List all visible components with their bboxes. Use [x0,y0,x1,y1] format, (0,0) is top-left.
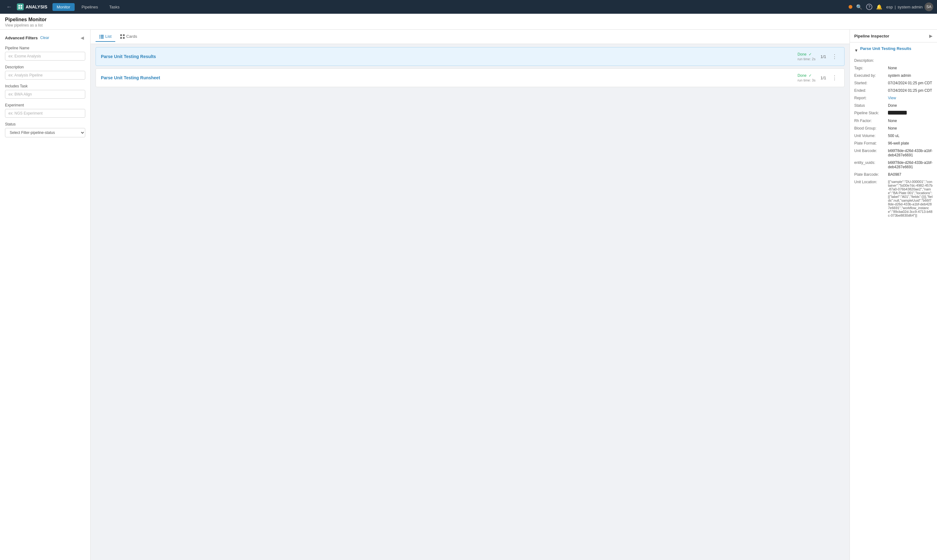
inspector-field-unit-volume: Unit Volume: 500 uL [854,134,932,138]
field-value: 07/24/2024 01:25 pm CDT [888,88,932,93]
inspector-section-collapse[interactable]: ▼ [854,48,858,53]
status-select[interactable]: Select Filter-pipeline-status Done Runni… [5,128,85,137]
filter-description: Description [5,65,85,80]
inspector-field-blood-group: Blood Group: None [854,126,932,131]
tab-bar: List Cards [91,30,849,44]
inspector-expand-button[interactable]: ▶ [929,34,932,38]
pipeline-status-text: Done [797,52,806,57]
inspector-header: Pipeline Inspector ▶ [850,30,937,42]
svg-rect-11 [123,34,125,36]
status-dot [849,5,852,9]
field-label: Report: [854,96,885,100]
pipeline-runtime: run time: 3s [797,78,815,82]
report-view-link[interactable]: View [888,96,896,100]
field-label: Status [854,103,885,108]
sidebar-header: Advanced Filters Clear ◀ [5,35,85,41]
inspector-field-unit-location: Unit Location: [{"sample":"DU-000001","c… [854,180,932,217]
inspector-section-header: ▼ Parse Unit Testing Results [854,46,932,55]
pipeline-menu-button[interactable]: ⋮ [830,52,839,60]
inspector-title: Pipeline Inspector [854,34,889,38]
search-icon[interactable]: 🔍 [856,4,862,10]
field-value [888,111,907,115]
main-layout: Advanced Filters Clear ◀ Pipeline Name D… [0,30,937,560]
svg-rect-2 [18,7,20,9]
check-icon: ✓ [809,73,812,78]
field-value: None [888,66,897,70]
tab-list-label: List [105,34,111,39]
experiment-input[interactable] [5,109,85,118]
nav-username: system admin [898,5,923,9]
field-label: Plate Format: [854,141,885,145]
inspector-field-unit-barcode: Unit Barcode: b66f78de-d26d-433b-a1bf-de… [854,149,932,157]
nav-right-section: 🔍 ? 🔔 esp | system admin SA [849,3,933,11]
field-value: BA0987 [888,172,902,177]
nav-tasks-button[interactable]: Tasks [105,3,124,11]
nav-language: esp [886,5,893,9]
pipeline-status: Done ✓ run time: 2s [797,52,815,61]
field-value: 500 uL [888,134,900,138]
pipeline-status: Done ✓ run time: 3s [797,73,815,82]
svg-rect-3 [21,7,22,9]
svg-rect-6 [99,36,100,37]
top-navigation: ← ANALYSIS Monitor Pipelines Tasks 🔍 ? 🔔… [0,0,937,14]
filter-experiment-label: Experiment [5,103,85,108]
inspector-field-started: Started: 07/24/2024 01:25 pm CDT [854,81,932,85]
pipeline-inspector: Pipeline Inspector ▶ ▼ Parse Unit Testin… [849,30,937,560]
filter-pipeline-name: Pipeline Name [5,46,85,60]
tab-cards[interactable]: Cards [117,32,141,42]
pipeline-menu-button[interactable]: ⋮ [830,74,839,82]
field-label: Plate Barcode: [854,172,885,177]
page-title: Pipelines Monitor [5,17,932,23]
grid-icon [120,34,125,39]
field-label: Executed by: [854,73,885,78]
clear-filters-button[interactable]: Clear [40,35,49,40]
field-label: Blood Group: [854,126,885,131]
back-button[interactable]: ← [4,3,14,12]
inspector-field-plate-barcode: Plate Barcode: BA0987 [854,172,932,177]
svg-rect-8 [99,37,100,38]
field-value: 96-well plate [888,141,909,145]
pipeline-meta: Done ✓ run time: 2s [797,52,815,61]
avatar[interactable]: SA [925,3,933,11]
pipeline-row[interactable]: Parse Unit Testing Runsheet Done ✓ run t… [96,68,845,87]
inspector-body: ▼ Parse Unit Testing Results Description… [850,42,937,560]
includes-task-input[interactable] [5,90,85,98]
description-input[interactable] [5,71,85,80]
field-value: [{"sample":"DU-000001","container":"5d30… [888,180,932,217]
field-label: Description: [854,58,885,63]
field-value: b66f78de-d26d-433b-a1bf-deb4287e6691 [888,149,932,157]
tab-cards-label: Cards [126,34,137,39]
inspector-field-pipeline-stack: Pipeline Stack: [854,111,932,115]
svg-rect-7 [100,36,104,37]
svg-rect-13 [123,37,125,38]
pipeline-meta: Done ✓ run time: 3s [797,73,815,82]
svg-rect-12 [120,37,122,38]
inspector-field-entity-uuids: entity_uuids: b66f78de-d26d-433b-a1bf-de… [854,160,932,169]
field-value: None [888,126,897,131]
tab-list[interactable]: List [96,32,115,42]
app-logo-icon [17,3,24,10]
inspector-field-status: Status Done [854,103,932,108]
pipeline-stack-bar [888,111,907,115]
user-info: esp | system admin SA [886,3,933,11]
nav-pipelines-button[interactable]: Pipelines [77,3,102,11]
filter-includes-task: Includes Task [5,84,85,98]
nav-separator: | [894,5,895,9]
svg-rect-4 [99,35,100,35]
inspector-field-tags: Tags: None [854,66,932,70]
pipeline-count: 1/1 [820,75,826,80]
filter-status-label: Status [5,122,85,126]
bell-icon[interactable]: 🔔 [876,4,882,10]
nav-monitor-button[interactable]: Monitor [52,3,75,11]
field-label: Tags: [854,66,885,70]
pipeline-name-input[interactable] [5,52,85,60]
inspector-section-title: Parse Unit Testing Results [860,46,911,51]
field-value: 07/24/2024 01:25 pm CDT [888,81,932,85]
help-icon[interactable]: ? [866,4,872,10]
field-value: system admin [888,73,911,78]
sidebar-collapse-button[interactable]: ◀ [79,35,85,41]
app-logo: ANALYSIS [17,3,48,10]
pipeline-row[interactable]: Parse Unit Testing Results Done ✓ run ti… [96,47,845,66]
pipeline-name: Parse Unit Testing Runsheet [101,75,797,80]
svg-rect-1 [21,5,22,6]
